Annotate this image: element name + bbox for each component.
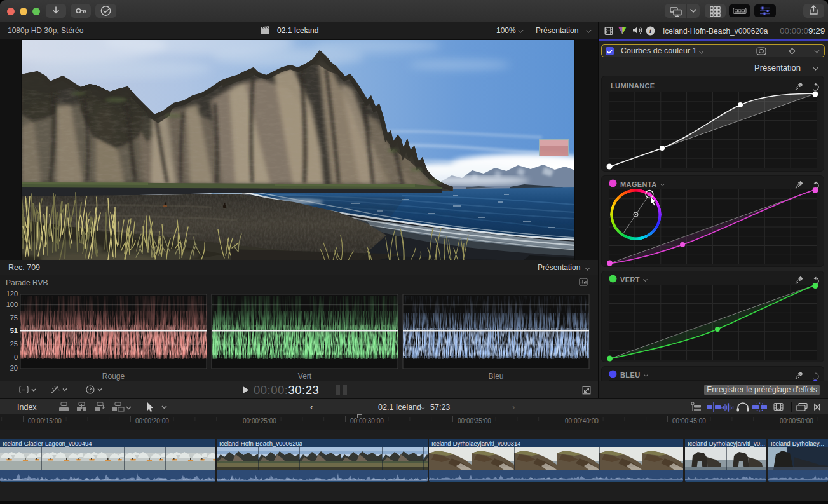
svg-text:i: i xyxy=(649,27,651,34)
